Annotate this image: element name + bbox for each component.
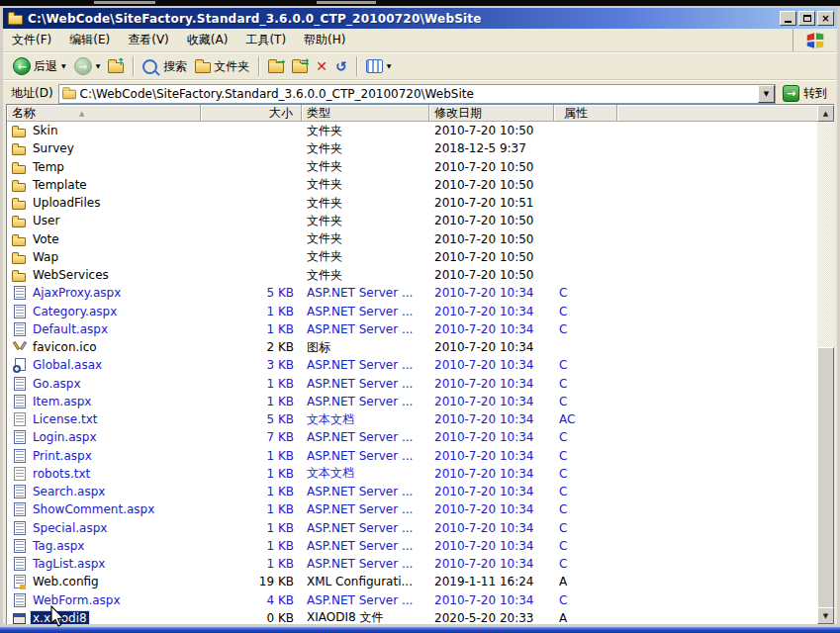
title-bar[interactable]: C:\WebCode\SiteFactory.Standard_3.6.0.0_… <box>3 8 837 29</box>
table-row[interactable]: robots.txt 1 KB 文本文档 2010-7-20 10:34 C <box>7 465 822 483</box>
file-name-cell[interactable]: Item.aspx <box>7 394 201 409</box>
forward-dropdown-icon[interactable]: ▼ <box>96 63 101 69</box>
back-dropdown-icon[interactable]: ▼ <box>61 63 66 69</box>
file-name-cell[interactable]: robots.txt <box>7 466 201 482</box>
file-name-cell[interactable]: WebForm.aspx <box>7 592 201 608</box>
scroll-down-icon[interactable]: ▼ <box>817 607 834 624</box>
table-row[interactable]: UploadFiles 文件夹 2010-7-20 10:51 <box>7 194 822 212</box>
undo-button[interactable]: ↺ <box>331 57 351 75</box>
views-button[interactable]: ▼ <box>362 57 396 75</box>
table-row[interactable]: Temp 文件夹 2010-7-20 10:50 <box>7 158 822 176</box>
table-row[interactable]: TagList.aspx 1 KB ASP.NET Server ... 201… <box>7 555 822 573</box>
column-header-size[interactable]: 大小 <box>201 105 302 122</box>
file-name-cell[interactable]: Wap <box>7 249 201 265</box>
file-name-cell[interactable]: ShowComment.aspx <box>7 501 201 517</box>
toolbar-separator <box>133 56 134 76</box>
menu-tools[interactable]: 工具(T) <box>236 29 295 51</box>
address-path[interactable]: C:\WebCode\SiteFactory.Standard_3.6.0.0_… <box>80 87 758 101</box>
back-icon: ← <box>13 57 31 75</box>
file-name-cell[interactable]: WebServices <box>7 267 201 283</box>
address-combobox[interactable]: C:\WebCode\SiteFactory.Standard_3.6.0.0_… <box>58 84 776 104</box>
go-button[interactable]: → 转到 <box>781 84 833 103</box>
table-row[interactable]: favicon.ico 2 KB 图标 2010-7-20 10:34 <box>7 338 822 356</box>
file-list-rows: Skin 文件夹 2010-7-20 10:50 Survey 文件夹 2018… <box>7 122 822 624</box>
table-row[interactable]: Template 文件夹 2010-7-20 10:50 <box>7 176 822 194</box>
table-row[interactable]: Global.asax 3 KB ASP.NET Server ... 2010… <box>7 356 822 374</box>
table-row[interactable]: AjaxProxy.aspx 5 KB ASP.NET Server ... 2… <box>7 284 822 302</box>
table-row[interactable]: Web.config 19 KB XML Configurati... 2019… <box>7 573 822 590</box>
file-name-cell[interactable]: User <box>7 213 201 228</box>
file-name-cell[interactable]: Special.aspx <box>7 520 201 536</box>
file-name-cell[interactable]: x.xiaodi8 <box>7 610 201 624</box>
up-button[interactable]: ↑ <box>104 57 128 75</box>
file-name-cell[interactable]: Temp <box>7 159 201 175</box>
table-row[interactable]: Survey 文件夹 2018-12-5 9:37 <box>7 139 822 157</box>
column-header-name[interactable]: 名称 ▲ <box>7 105 201 122</box>
menu-file[interactable]: 文件(F) <box>3 29 60 51</box>
file-name-cell[interactable]: Go.aspx <box>7 376 201 392</box>
table-row[interactable]: WebForm.aspx 4 KB ASP.NET Server ... 201… <box>7 591 822 609</box>
column-header-date[interactable]: 修改日期 <box>429 105 554 122</box>
file-icon <box>12 249 28 265</box>
file-name-cell[interactable]: License.txt <box>7 411 201 427</box>
table-row[interactable]: Search.aspx 1 KB ASP.NET Server ... 2010… <box>7 483 822 500</box>
scrollbar-thumb[interactable] <box>817 347 834 610</box>
minimize-button[interactable] <box>780 11 796 26</box>
table-row[interactable]: Wap 文件夹 2010-7-20 10:50 <box>7 248 822 266</box>
column-header-type[interactable]: 类型 <box>302 105 429 122</box>
file-name-cell[interactable]: Tag.aspx <box>7 538 201 554</box>
file-name-cell[interactable]: Print.aspx <box>7 448 201 464</box>
file-name-cell[interactable]: Default.aspx <box>7 321 201 337</box>
file-type: 图标 <box>302 339 429 356</box>
menu-help[interactable]: 帮助(H) <box>295 29 354 51</box>
file-name-cell[interactable]: favicon.ico <box>7 339 201 355</box>
table-row[interactable]: Vote 文件夹 2010-7-20 10:50 <box>7 230 822 248</box>
file-name-cell[interactable]: UploadFiles <box>7 195 201 211</box>
file-name-cell[interactable]: Login.aspx <box>7 429 201 445</box>
file-date: 2010-7-20 10:50 <box>429 232 554 246</box>
menu-view[interactable]: 查看(V) <box>119 29 178 51</box>
search-button[interactable]: 搜索 <box>139 56 191 77</box>
file-name-cell[interactable]: AjaxProxy.aspx <box>7 285 201 301</box>
file-name-cell[interactable]: Category.aspx <box>7 304 201 319</box>
table-row[interactable]: License.txt 5 KB 文本文档 2010-7-20 10:34 AC <box>7 410 822 428</box>
back-button[interactable]: ← 后退 ▼ <box>9 55 70 77</box>
address-dropdown-button[interactable]: ▼ <box>758 85 775 103</box>
file-name-cell[interactable]: Web.config <box>7 574 201 589</box>
table-row[interactable]: Go.aspx 1 KB ASP.NET Server ... 2010-7-2… <box>7 375 822 393</box>
delete-button[interactable]: ✕ <box>312 57 331 75</box>
file-name-cell[interactable]: Global.asax <box>7 357 201 373</box>
table-row[interactable]: Skin 文件夹 2010-7-20 10:50 <box>7 122 822 139</box>
table-row[interactable]: Tag.aspx 1 KB ASP.NET Server ... 2010-7-… <box>7 537 822 555</box>
column-header-attr[interactable]: 属性 <box>554 105 617 122</box>
menu-favorites[interactable]: 收藏(A) <box>178 29 237 51</box>
folders-button[interactable]: 文件夹 <box>191 56 253 77</box>
views-dropdown-icon[interactable]: ▼ <box>387 63 392 69</box>
file-name-cell[interactable]: TagList.aspx <box>7 556 201 572</box>
table-row[interactable]: ShowComment.aspx 1 KB ASP.NET Server ...… <box>7 500 822 518</box>
file-name: Login.aspx <box>31 430 99 444</box>
table-row[interactable]: x.xiaodi8 0 KB XIAODI8 文件 2020-5-20 20:3… <box>7 609 822 624</box>
vertical-scrollbar[interactable]: ▲ ▼ <box>817 105 834 624</box>
maximize-button[interactable] <box>798 11 815 26</box>
file-name-cell[interactable]: Template <box>7 177 201 193</box>
file-name-cell[interactable]: Vote <box>7 231 201 247</box>
file-name-cell[interactable]: Survey <box>7 140 201 156</box>
copy-to-button[interactable]: ⇉ <box>288 57 312 75</box>
forward-button[interactable]: → ▼ <box>70 55 105 77</box>
close-button[interactable]: × <box>817 11 834 26</box>
move-to-button[interactable]: → <box>264 57 288 75</box>
table-row[interactable]: Category.aspx 1 KB ASP.NET Server ... 20… <box>7 303 822 320</box>
file-name-cell[interactable]: Search.aspx <box>7 484 201 499</box>
table-row[interactable]: Item.aspx 1 KB ASP.NET Server ... 2010-7… <box>7 393 822 410</box>
table-row[interactable]: Special.aspx 1 KB ASP.NET Server ... 201… <box>7 519 822 537</box>
table-row[interactable]: WebServices 文件夹 2010-7-20 10:50 <box>7 266 822 284</box>
table-row[interactable]: Default.aspx 1 KB ASP.NET Server ... 201… <box>7 320 822 338</box>
file-name-cell[interactable]: Skin <box>7 123 201 138</box>
menu-edit[interactable]: 编辑(E) <box>60 29 119 51</box>
table-row[interactable]: User 文件夹 2010-7-20 10:50 <box>7 212 822 229</box>
scroll-up-icon[interactable]: ▲ <box>817 105 834 122</box>
table-row[interactable]: Login.aspx 7 KB ASP.NET Server ... 2010-… <box>7 428 822 446</box>
file-date: 2018-12-5 9:37 <box>429 141 554 155</box>
table-row[interactable]: Print.aspx 1 KB ASP.NET Server ... 2010-… <box>7 447 822 465</box>
